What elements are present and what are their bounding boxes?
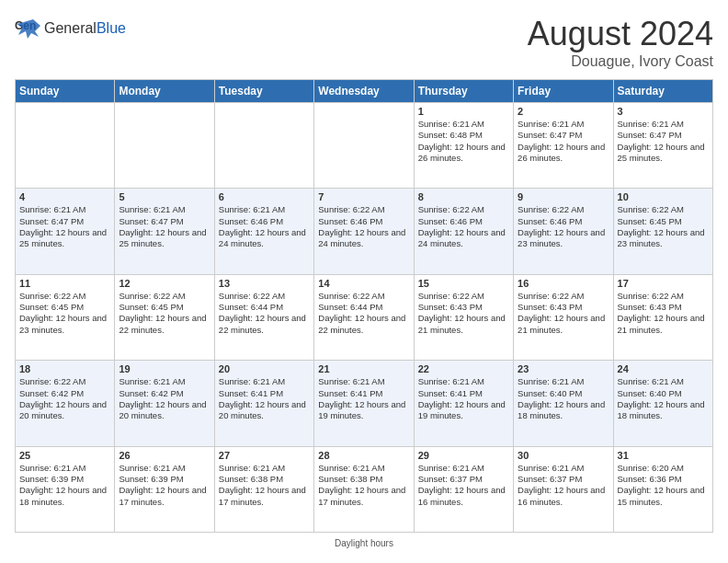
day-number: 7 bbox=[318, 191, 409, 202]
day-number: 13 bbox=[219, 278, 310, 289]
day-number: 31 bbox=[618, 450, 709, 461]
day-detail: Daylight: 12 hours and 16 minutes. bbox=[518, 485, 609, 508]
table-row: 22Sunrise: 6:21 AMSunset: 6:41 PMDayligh… bbox=[414, 361, 513, 446]
col-tuesday: Tuesday bbox=[214, 80, 313, 103]
day-detail: Sunset: 6:38 PM bbox=[318, 474, 409, 485]
day-detail: Sunrise: 6:22 AM bbox=[19, 291, 110, 302]
col-monday: Monday bbox=[115, 80, 214, 103]
logo-text: GeneralBlue bbox=[44, 20, 126, 37]
table-row: 8Sunrise: 6:22 AMSunset: 6:46 PMDaylight… bbox=[414, 189, 513, 274]
logo: Gen GeneralBlue bbox=[15, 15, 126, 42]
day-detail: Sunrise: 6:21 AM bbox=[618, 119, 709, 130]
table-row: 16Sunrise: 6:22 AMSunset: 6:43 PMDayligh… bbox=[514, 274, 613, 360]
day-detail: Daylight: 12 hours and 25 minutes. bbox=[119, 227, 210, 250]
day-detail: Sunset: 6:40 PM bbox=[618, 388, 709, 399]
table-row: 15Sunrise: 6:22 AMSunset: 6:43 PMDayligh… bbox=[414, 274, 513, 360]
table-row: 9Sunrise: 6:22 AMSunset: 6:46 PMDaylight… bbox=[514, 189, 613, 274]
table-row: 24Sunrise: 6:21 AMSunset: 6:40 PMDayligh… bbox=[613, 361, 712, 446]
day-detail: Daylight: 12 hours and 21 minutes. bbox=[518, 313, 609, 336]
day-detail: Sunset: 6:45 PM bbox=[618, 216, 709, 227]
table-row: 25Sunrise: 6:21 AMSunset: 6:39 PMDayligh… bbox=[16, 446, 115, 532]
day-detail: Sunrise: 6:21 AM bbox=[219, 463, 310, 474]
week-row-1: 1Sunrise: 6:21 AMSunset: 6:48 PMDaylight… bbox=[16, 103, 713, 189]
day-detail: Sunrise: 6:22 AM bbox=[418, 291, 509, 302]
day-detail: Sunset: 6:45 PM bbox=[19, 302, 110, 313]
day-number: 30 bbox=[518, 450, 609, 461]
table-row: 29Sunrise: 6:21 AMSunset: 6:37 PMDayligh… bbox=[414, 446, 513, 532]
day-detail: Sunrise: 6:21 AM bbox=[618, 376, 709, 387]
day-number: 19 bbox=[119, 363, 210, 374]
day-detail: Sunrise: 6:21 AM bbox=[318, 376, 409, 387]
table-row: 7Sunrise: 6:22 AMSunset: 6:46 PMDaylight… bbox=[314, 189, 414, 274]
table-row: 14Sunrise: 6:22 AMSunset: 6:44 PMDayligh… bbox=[314, 274, 414, 360]
day-detail: Daylight: 12 hours and 21 minutes. bbox=[618, 313, 709, 336]
table-row: 21Sunrise: 6:21 AMSunset: 6:41 PMDayligh… bbox=[314, 361, 414, 446]
table-row: 26Sunrise: 6:21 AMSunset: 6:39 PMDayligh… bbox=[115, 446, 214, 532]
logo-blue: Blue bbox=[97, 20, 126, 36]
table-row bbox=[115, 103, 214, 189]
day-number: 6 bbox=[219, 191, 310, 202]
footer: Daylight hours bbox=[15, 538, 713, 548]
col-sunday: Sunday bbox=[16, 80, 115, 103]
day-detail: Sunrise: 6:21 AM bbox=[518, 119, 609, 130]
day-detail: Sunset: 6:44 PM bbox=[318, 302, 409, 313]
day-detail: Sunset: 6:39 PM bbox=[119, 474, 210, 485]
table-row: 31Sunrise: 6:20 AMSunset: 6:36 PMDayligh… bbox=[613, 446, 712, 532]
table-row: 2Sunrise: 6:21 AMSunset: 6:47 PMDaylight… bbox=[514, 103, 613, 189]
table-row: 5Sunrise: 6:21 AMSunset: 6:47 PMDaylight… bbox=[115, 189, 214, 274]
day-detail: Sunset: 6:41 PM bbox=[219, 388, 310, 399]
day-detail: Daylight: 12 hours and 18 minutes. bbox=[19, 485, 110, 508]
day-detail: Sunrise: 6:22 AM bbox=[318, 204, 409, 215]
day-detail: Sunset: 6:43 PM bbox=[418, 302, 509, 313]
week-row-5: 25Sunrise: 6:21 AMSunset: 6:39 PMDayligh… bbox=[16, 446, 713, 532]
day-detail: Sunset: 6:43 PM bbox=[618, 302, 709, 313]
day-detail: Sunrise: 6:21 AM bbox=[318, 463, 409, 474]
week-row-4: 18Sunrise: 6:22 AMSunset: 6:42 PMDayligh… bbox=[16, 361, 713, 446]
day-detail: Sunset: 6:36 PM bbox=[618, 474, 709, 485]
table-row bbox=[214, 103, 313, 189]
table-row: 1Sunrise: 6:21 AMSunset: 6:48 PMDaylight… bbox=[414, 103, 513, 189]
day-number: 12 bbox=[119, 278, 210, 289]
day-detail: Daylight: 12 hours and 24 minutes. bbox=[318, 227, 409, 250]
table-row: 12Sunrise: 6:22 AMSunset: 6:45 PMDayligh… bbox=[115, 274, 214, 360]
col-thursday: Thursday bbox=[414, 80, 513, 103]
table-row: 11Sunrise: 6:22 AMSunset: 6:45 PMDayligh… bbox=[16, 274, 115, 360]
day-number: 23 bbox=[518, 363, 609, 374]
table-row: 13Sunrise: 6:22 AMSunset: 6:44 PMDayligh… bbox=[214, 274, 313, 360]
day-detail: Sunset: 6:44 PM bbox=[219, 302, 310, 313]
col-friday: Friday bbox=[514, 80, 613, 103]
day-detail: Sunset: 6:37 PM bbox=[418, 474, 509, 485]
day-detail: Sunrise: 6:22 AM bbox=[518, 204, 609, 215]
day-number: 2 bbox=[518, 106, 609, 117]
day-detail: Daylight: 12 hours and 18 minutes. bbox=[518, 399, 609, 422]
day-detail: Daylight: 12 hours and 21 minutes. bbox=[418, 313, 509, 336]
day-number: 18 bbox=[19, 363, 110, 374]
day-detail: Sunset: 6:39 PM bbox=[19, 474, 110, 485]
header: Gen GeneralBlue August 2024 Douague, Ivo… bbox=[15, 15, 713, 70]
day-number: 5 bbox=[119, 191, 210, 202]
day-detail: Sunset: 6:46 PM bbox=[219, 216, 310, 227]
day-detail: Sunrise: 6:21 AM bbox=[518, 463, 609, 474]
day-detail: Daylight: 12 hours and 20 minutes. bbox=[119, 399, 210, 422]
day-number: 4 bbox=[19, 191, 110, 202]
logo-icon: Gen bbox=[15, 15, 42, 42]
day-number: 9 bbox=[518, 191, 609, 202]
day-detail: Sunrise: 6:22 AM bbox=[618, 291, 709, 302]
day-detail: Sunset: 6:41 PM bbox=[318, 388, 409, 399]
subtitle: Douague, Ivory Coast bbox=[528, 53, 713, 70]
table-row: 27Sunrise: 6:21 AMSunset: 6:38 PMDayligh… bbox=[214, 446, 313, 532]
day-number: 29 bbox=[418, 450, 509, 461]
day-detail: Daylight: 12 hours and 15 minutes. bbox=[618, 485, 709, 508]
header-row: Sunday Monday Tuesday Wednesday Thursday… bbox=[16, 80, 713, 103]
day-detail: Sunrise: 6:22 AM bbox=[219, 291, 310, 302]
day-number: 20 bbox=[219, 363, 310, 374]
day-detail: Sunset: 6:47 PM bbox=[618, 130, 709, 141]
day-number: 28 bbox=[318, 450, 409, 461]
day-number: 8 bbox=[418, 191, 509, 202]
day-detail: Sunrise: 6:21 AM bbox=[119, 204, 210, 215]
day-number: 24 bbox=[618, 363, 709, 374]
day-detail: Sunset: 6:47 PM bbox=[19, 216, 110, 227]
table-row: 23Sunrise: 6:21 AMSunset: 6:40 PMDayligh… bbox=[514, 361, 613, 446]
day-detail: Daylight: 12 hours and 20 minutes. bbox=[19, 399, 110, 422]
day-number: 17 bbox=[618, 278, 709, 289]
